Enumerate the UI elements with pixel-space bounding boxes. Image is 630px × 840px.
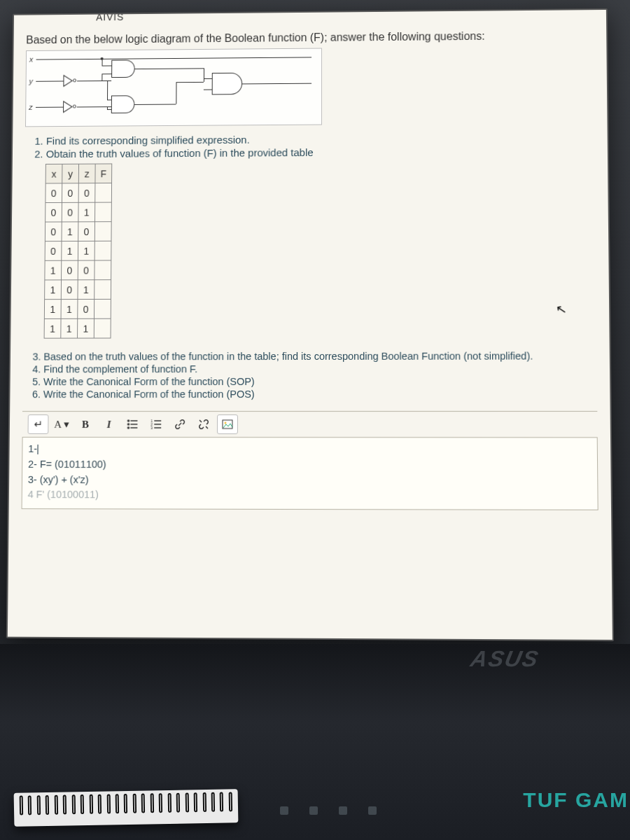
cell: 0 (62, 202, 78, 222)
answer-line: 2- F= (01011100) (28, 457, 592, 473)
bold-button[interactable]: B (75, 414, 96, 434)
cell: 0 (78, 260, 94, 280)
cell: 1 (44, 300, 61, 319)
cell: 1 (45, 280, 62, 300)
svg-point-0 (128, 420, 130, 421)
cell: 0 (46, 183, 62, 203)
question-item: 5. Write the Canonical Form of the funct… (32, 376, 597, 388)
th-y: y (62, 164, 79, 183)
cell: 1 (78, 280, 94, 300)
intro-text: Based on the below logic diagram of the … (26, 29, 594, 47)
italic-button[interactable]: I (99, 414, 120, 434)
cell: 0 (78, 299, 94, 318)
cell (95, 202, 112, 222)
cell (94, 222, 111, 241)
cell (95, 183, 112, 203)
cell: 1 (61, 318, 78, 338)
cell: 1 (78, 241, 94, 260)
cell (94, 280, 111, 300)
desk-surface: ASUS TUF GAM (0, 644, 630, 840)
svg-line-12 (200, 420, 202, 422)
question-item: 3. Based on the truth values of the func… (32, 350, 596, 362)
question-item: 6. Write the Canonical Form of the funct… (32, 388, 597, 400)
cell: 0 (45, 241, 62, 261)
reflection-dots (280, 806, 377, 815)
cell: 1 (62, 222, 78, 241)
question-list-b: 3. Based on the truth values of the func… (32, 350, 597, 400)
cell: 0 (45, 222, 62, 241)
cell (94, 260, 111, 280)
spiral-notebook (14, 789, 239, 827)
unlink-icon (198, 419, 209, 430)
th-x: x (46, 164, 62, 183)
cell: 1 (44, 318, 61, 338)
answer-line: 4 F' (10100011) (28, 487, 592, 503)
list-ul-icon (127, 419, 138, 430)
question-item: 2. Obtain the truth values of function (… (34, 145, 595, 160)
unordered-list-button[interactable] (122, 414, 143, 434)
th-z: z (78, 164, 95, 183)
label-y: y (29, 77, 32, 85)
unlink-button[interactable] (193, 414, 214, 434)
label-z: z (29, 103, 32, 111)
answer-line: 3- (xy') + (x'z) (28, 472, 592, 489)
cell: 0 (62, 260, 78, 280)
cell (94, 241, 111, 260)
font-menu[interactable]: A ▾ (51, 414, 72, 434)
link-button[interactable] (169, 414, 190, 434)
svg-point-4 (127, 427, 129, 428)
page-header-fragment: AIVIS (96, 11, 124, 22)
not-bubble (73, 105, 76, 108)
tuf-label: TUF GAM (523, 788, 629, 812)
th-f: F (95, 164, 112, 183)
answer-editor[interactable]: 1- 2- F= (01011100) 3- (xy') + (x'z) 4 F… (22, 438, 598, 510)
cell: 0 (78, 222, 95, 241)
logic-diagram: x y z (25, 48, 322, 127)
question-item: 4. Find the complement of function F. (32, 363, 597, 374)
ordered-list-button[interactable]: 123 (146, 414, 167, 434)
cell: 1 (78, 318, 94, 338)
label-x: x (29, 55, 33, 64)
cell: 1 (78, 202, 95, 222)
and-gate (111, 59, 135, 78)
question-item: 1. Find its corresponding simplified exp… (34, 132, 594, 147)
question-content: Based on the below logic diagram of the … (9, 10, 611, 510)
link-icon (174, 419, 186, 430)
buffer-gate (63, 75, 73, 88)
question-list-a: 1. Find its corresponding simplified exp… (34, 132, 595, 160)
cell (94, 299, 111, 318)
cell: 0 (62, 183, 78, 203)
svg-text:3: 3 (150, 426, 153, 430)
cell (94, 318, 111, 338)
cell: 1 (62, 241, 78, 260)
and-gate (111, 95, 135, 113)
cell: 0 (46, 202, 62, 222)
cell: 1 (61, 300, 78, 319)
image-button[interactable] (217, 414, 238, 434)
answer-line: 1- (28, 442, 592, 457)
svg-point-15 (224, 422, 226, 424)
list-ol-icon: 123 (150, 419, 162, 430)
not-bubble (73, 78, 76, 82)
editor-toolbar: ↵ A ▾ B I 123 (22, 411, 598, 438)
cell: 1 (45, 260, 62, 280)
svg-line-13 (206, 426, 208, 428)
monitor-brand: ASUS (468, 646, 542, 672)
cell: 0 (78, 183, 95, 203)
svg-point-2 (127, 424, 129, 425)
cell: 0 (61, 280, 78, 300)
paragraph-button[interactable]: ↵ (28, 414, 49, 434)
image-icon (222, 419, 233, 430)
truth-table: x y z F 000 001 010 011 100 101 110 111 (44, 163, 113, 338)
and-gate-large (212, 73, 243, 95)
buffer-gate (63, 101, 73, 113)
